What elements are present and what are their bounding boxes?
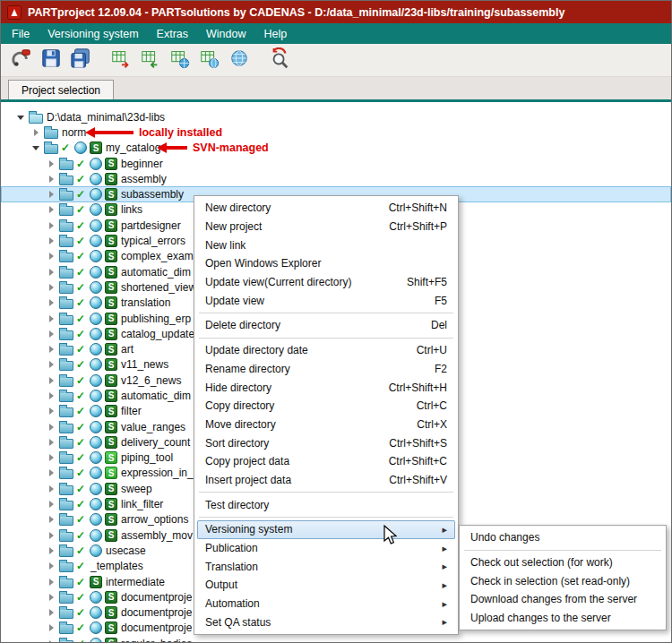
table-sync-green-button[interactable] <box>138 47 163 73</box>
save-all-button[interactable] <box>68 47 93 73</box>
check-icon: ✓ <box>76 577 87 587</box>
context-menu-item-output[interactable]: Output▸ <box>197 576 455 595</box>
globe-icon <box>90 219 102 232</box>
context-menu-item-automation[interactable]: Automation▸ <box>197 595 455 613</box>
chevron-collapsed-icon[interactable] <box>47 623 56 632</box>
chevron-collapsed-icon[interactable] <box>47 608 56 617</box>
context-menu-item-new-directory[interactable]: New directoryCtrl+Shift+N <box>197 199 455 218</box>
context-menu-item-move-directory[interactable]: Move directoryCtrl+X <box>197 416 455 434</box>
tree-item-label: shortened_view <box>120 281 196 294</box>
context-menu-item-insert-project-data[interactable]: Insert project dataCtrl+Shift+V <box>197 471 455 490</box>
chevron-collapsed-icon[interactable] <box>47 190 56 199</box>
search-project-button[interactable] <box>267 47 292 73</box>
chevron-collapsed-icon[interactable] <box>47 468 56 477</box>
context-menu-item-copy-project-data[interactable]: Copy project dataCtrl+Shift+C <box>197 452 455 471</box>
submenu-item-download-changes-from-the-server[interactable]: Download changes from the server <box>462 590 663 609</box>
tree-item-regular_bodies[interactable]: ✓Sregular_bodies <box>1 636 671 643</box>
context-menu-item-set-qa-status[interactable]: Set QA status▸ <box>197 613 455 631</box>
chevron-collapsed-icon[interactable] <box>47 314 56 323</box>
context-menu-item-open-windows-explorer[interactable]: Open Windows Explorer <box>197 254 455 273</box>
folder-icon <box>59 315 73 325</box>
chevron-collapsed-icon[interactable] <box>47 484 56 493</box>
chevron-collapsed-icon[interactable] <box>47 515 56 524</box>
tree-item-my_catalog[interactable]: ✓Smy_catalog <box>1 141 671 156</box>
chevron-expanded-icon[interactable] <box>32 143 41 152</box>
context-menu-item-update-view[interactable]: Update viewF5 <box>197 291 455 310</box>
folder-icon <box>44 129 58 139</box>
chevron-collapsed-icon[interactable] <box>47 236 56 245</box>
context-menu-item-translation[interactable]: Translation▸ <box>197 557 455 576</box>
partproject-tool-button[interactable] <box>9 47 34 73</box>
submenu-item-undo-changes[interactable]: Undo changes <box>462 528 663 547</box>
chevron-collapsed-icon[interactable] <box>47 205 56 214</box>
chevron-collapsed-icon[interactable] <box>47 500 56 509</box>
menu-shortcut: Ctrl+Shift+H <box>366 382 447 394</box>
chevron-collapsed-icon[interactable] <box>47 252 56 261</box>
check-icon: ✓ <box>76 484 87 494</box>
context-menu-item-test-directory[interactable]: Test directory <box>197 495 455 514</box>
chevron-collapsed-icon[interactable] <box>47 159 56 168</box>
chevron-collapsed-icon[interactable] <box>47 268 56 277</box>
chevron-collapsed-icon[interactable] <box>47 639 56 643</box>
chevron-collapsed-icon[interactable] <box>47 345 56 354</box>
chevron-collapsed-icon[interactable] <box>47 562 56 570</box>
tree-item-assembly[interactable]: ✓Sassembly <box>1 171 671 186</box>
check-icon: ✓ <box>76 406 87 416</box>
context-menu-item-update-directory-date[interactable]: Update directory dateCtrl+U <box>197 341 455 360</box>
save-button[interactable] <box>39 47 64 73</box>
chevron-collapsed-icon[interactable] <box>47 578 56 587</box>
table-web-button[interactable] <box>168 47 193 73</box>
chevron-collapsed-icon[interactable] <box>47 438 56 447</box>
chevron-collapsed-icon[interactable] <box>47 283 56 292</box>
globe-icon <box>90 313 102 325</box>
context-menu-item-delete-directory[interactable]: Delete directoryDel <box>197 316 455 335</box>
tree-item-label: automatic_dim <box>120 266 191 279</box>
svn-status-icon: S <box>105 343 117 356</box>
chevron-collapsed-icon[interactable] <box>47 376 56 385</box>
context-menu-item-versioning-system[interactable]: Versioning system▸ <box>197 520 455 539</box>
chevron-collapsed-icon[interactable] <box>32 128 41 137</box>
tree-item-beginner[interactable]: ✓Sbeginner <box>1 156 671 171</box>
submenu-item-check-in-selection-set-read-only[interactable]: Check in selection (set read-only) <box>462 571 663 590</box>
context-menu-item-hide-directory[interactable]: Hide directoryCtrl+Shift+H <box>197 378 455 397</box>
check-icon: ✓ <box>76 236 87 246</box>
context-menu-item-sort-directory[interactable]: Sort directoryCtrl+Shift+S <box>197 433 455 452</box>
tab-project-selection[interactable]: Project selection <box>8 80 114 99</box>
chevron-collapsed-icon[interactable] <box>47 453 56 462</box>
menu-window[interactable]: Window <box>197 23 254 44</box>
chevron-collapsed-icon[interactable] <box>47 391 56 400</box>
chevron-collapsed-icon[interactable] <box>47 175 56 184</box>
chevron-collapsed-icon[interactable] <box>47 546 56 555</box>
table-globe-button[interactable] <box>197 47 222 73</box>
tree-item-d-data_minimal-23d-libs[interactable]: D:\data_minimal\23d-libs <box>1 109 671 124</box>
chevron-collapsed-icon[interactable] <box>47 221 56 230</box>
folder-icon <box>59 516 73 526</box>
menu-help[interactable]: Help <box>255 23 297 44</box>
submenu-item-upload-changes-to-the-server[interactable]: Upload changes to the server <box>462 609 663 628</box>
chevron-collapsed-icon[interactable] <box>47 593 56 602</box>
chevron-collapsed-icon[interactable] <box>47 423 56 432</box>
chevron-collapsed-icon[interactable] <box>47 298 56 307</box>
context-menu-item-publication[interactable]: Publication▸ <box>197 539 455 558</box>
save-icon <box>40 47 62 73</box>
context-menu-item-rename-directory[interactable]: Rename directoryF2 <box>197 360 455 379</box>
globe-button[interactable] <box>227 47 252 73</box>
chevron-collapsed-icon[interactable] <box>47 360 56 369</box>
context-menu-item-new-link[interactable]: New link <box>197 236 455 254</box>
check-icon: ✓ <box>76 329 87 339</box>
submenu-item-check-out-selection-for-work[interactable]: Check out selection (for work) <box>462 553 663 572</box>
chevron-collapsed-icon[interactable] <box>47 531 56 540</box>
context-menu-item-new-project[interactable]: New projectCtrl+Shift+P <box>197 218 455 236</box>
context-menu-item-update-view-current-directory[interactable]: Update view(Current directory)Shift+F5 <box>197 273 455 292</box>
menu-item-label: Upload changes to the server <box>470 612 611 624</box>
svn-status-icon: S <box>105 281 117 294</box>
context-menu-item-copy-directory[interactable]: Copy directoryCtrl+C <box>197 397 455 416</box>
chevron-expanded-icon[interactable] <box>17 113 26 122</box>
check-icon: ✓ <box>76 297 87 308</box>
menu-versioning-system[interactable]: Versioning system <box>39 23 147 44</box>
chevron-collapsed-icon[interactable] <box>47 330 56 339</box>
menu-file[interactable]: File <box>3 23 39 44</box>
menu-extras[interactable]: Extras <box>148 23 197 44</box>
table-sync-red-button[interactable] <box>108 47 134 73</box>
chevron-collapsed-icon[interactable] <box>47 407 56 416</box>
